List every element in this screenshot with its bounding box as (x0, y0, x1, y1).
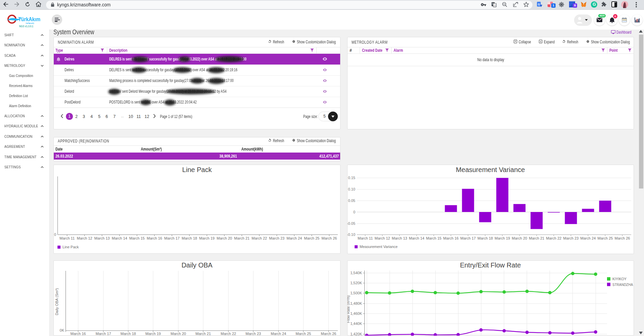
svg-text:March 13: March 13 (392, 236, 407, 240)
svg-text:March 19: March 19 (199, 236, 215, 240)
svg-text:G: G (538, 3, 540, 6)
svg-text:Entry/Exit Flow Rate: Entry/Exit Flow Rate (460, 261, 521, 269)
svg-text:0: 0 (353, 210, 355, 214)
svg-text:March 14: March 14 (112, 236, 127, 240)
svg-text:TürkAkım: TürkAkım (18, 16, 40, 23)
svg-text:1,500K: 1,500K (350, 291, 362, 295)
svg-text:March 25: March 25 (598, 236, 613, 240)
svg-text:March 18: March 18 (478, 236, 493, 240)
svg-text:-0.05: -0.05 (347, 221, 355, 225)
svg-text:March 24: March 24 (271, 332, 286, 336)
svg-text:March 15: March 15 (129, 236, 145, 240)
svg-text:March 22: March 22 (546, 236, 562, 240)
svg-text:March 21: March 21 (196, 332, 211, 336)
svg-text:Gaz Taşıma A.Ş.: Gaz Taşıma A.Ş. (26, 22, 34, 24)
svg-text:March 18: March 18 (121, 332, 136, 336)
svg-text:March 19: March 19 (495, 236, 510, 240)
svg-text:March 25: March 25 (304, 236, 320, 240)
svg-text:March 26: March 26 (615, 236, 630, 240)
svg-text:Daily OBA (Sm³): Daily OBA (Sm³) (55, 288, 59, 316)
svg-text:March 24: March 24 (580, 236, 596, 240)
svg-text:March 13: March 13 (94, 236, 110, 240)
svg-text:0.10: 0.10 (348, 187, 355, 191)
svg-text:Daily OBA: Daily OBA (182, 261, 213, 269)
svg-text:March 25: March 25 (296, 332, 311, 336)
svg-text:March 26: March 26 (321, 332, 336, 336)
svg-text:March 26: March 26 (322, 236, 337, 240)
svg-text:March 20: March 20 (171, 332, 186, 336)
svg-text:0.05: 0.05 (348, 199, 355, 203)
svg-text:STRANDZHA: STRANDZHA (612, 283, 633, 287)
svg-text:1,460K: 1,460K (350, 311, 362, 316)
svg-text:March 16: March 16 (71, 332, 86, 336)
svg-text:Line Pack: Line Pack (63, 245, 79, 249)
svg-text:KIYIKOY: KIYIKOY (612, 277, 627, 281)
svg-text:March 11: March 11 (59, 236, 75, 240)
svg-text:March 23: March 23 (246, 332, 261, 336)
svg-text:March 20: March 20 (217, 236, 232, 240)
svg-text:1,520K: 1,520K (350, 281, 362, 285)
svg-text:March 19: March 19 (146, 332, 161, 336)
svg-text:March 21: March 21 (529, 236, 545, 240)
svg-text:March 16: March 16 (147, 236, 162, 240)
svg-text:G: G (492, 3, 494, 5)
svg-text:March 23: March 23 (269, 236, 285, 240)
svg-text:March 17: March 17 (460, 236, 476, 240)
svg-text:1,480K: 1,480K (350, 301, 362, 305)
svg-text:1,440K: 1,440K (350, 322, 362, 326)
svg-text:March 15: March 15 (426, 236, 442, 240)
svg-text:Measurement Variance: Measurement Variance (456, 166, 525, 173)
svg-text:0K: 0K (60, 328, 65, 332)
svg-text:March 23: March 23 (563, 236, 579, 240)
svg-text:March 21: March 21 (234, 236, 250, 240)
svg-text:0: 0 (54, 233, 56, 237)
svg-text:March 22: March 22 (252, 236, 267, 240)
svg-text:March 16: March 16 (443, 236, 459, 240)
svg-text:March 18: March 18 (182, 236, 197, 240)
svg-text:文: 文 (494, 4, 496, 6)
svg-text:March 12: March 12 (77, 236, 92, 240)
svg-text:-0.10: -0.10 (347, 233, 355, 237)
svg-text:March 17: March 17 (164, 236, 180, 240)
svg-text:1,420K: 1,420K (350, 332, 362, 336)
svg-text:1,540K: 1,540K (350, 271, 362, 275)
svg-text:March 12: March 12 (375, 236, 390, 240)
svg-text:Line Pack: Line Pack (182, 166, 212, 173)
svg-text:March 20: March 20 (512, 236, 527, 240)
svg-text:March 14: March 14 (409, 236, 425, 240)
svg-text:March 17: March 17 (96, 332, 111, 336)
svg-text:Measurement Variance: Measurement Variance (360, 245, 398, 249)
svg-text:Flow Rate (m³/h): Flow Rate (m³/h) (347, 295, 350, 323)
svg-text:0.15: 0.15 (348, 176, 355, 180)
svg-text:March 22: March 22 (221, 332, 236, 336)
svg-text:March 24: March 24 (287, 236, 302, 240)
svg-text:March 11: March 11 (358, 236, 373, 240)
